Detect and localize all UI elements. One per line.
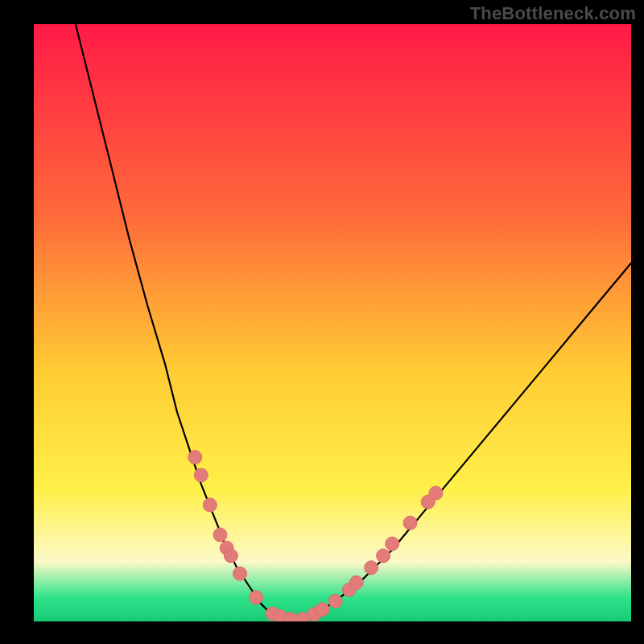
data-marker (377, 549, 390, 563)
chart-frame: TheBottleneck.com (0, 0, 644, 644)
data-marker (188, 451, 202, 464)
data-marker (203, 498, 217, 512)
data-marker (233, 567, 247, 580)
data-marker (429, 486, 443, 500)
gradient-background (34, 24, 631, 621)
plot-area (34, 24, 631, 621)
watermark-text: TheBottleneck.com (470, 3, 636, 24)
data-marker (194, 469, 208, 482)
data-marker (403, 516, 417, 530)
data-marker (213, 528, 227, 542)
data-marker (386, 537, 399, 551)
data-marker (316, 603, 329, 617)
data-marker (224, 549, 237, 563)
data-marker (349, 576, 363, 589)
data-marker (328, 594, 342, 608)
data-marker (250, 591, 263, 605)
data-marker (365, 561, 378, 575)
bottleneck-chart-svg (34, 24, 631, 621)
